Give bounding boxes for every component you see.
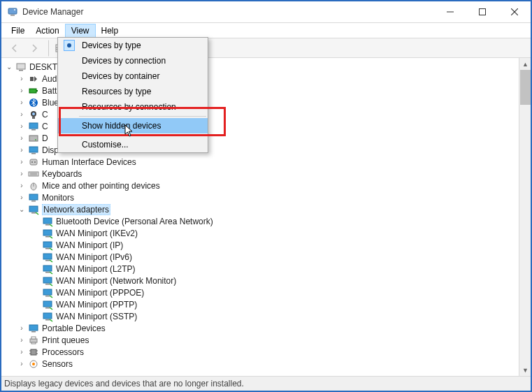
svg-rect-67 bbox=[30, 339, 37, 342]
tree-category[interactable]: ›Processors bbox=[4, 346, 519, 358]
chevron-right-icon[interactable]: › bbox=[17, 169, 27, 179]
chevron-right-icon[interactable]: › bbox=[17, 122, 27, 131]
tree-category-label: Sensors bbox=[42, 359, 73, 369]
menu-bar: File Action View Help bbox=[1, 23, 531, 38]
network-adapter-icon bbox=[42, 311, 53, 322]
tree-device[interactable]: WAN Miniport (IPv6) bbox=[4, 251, 519, 263]
tree-device-label: WAN Miniport (Network Monitor) bbox=[56, 276, 176, 286]
scrollbar-down-icon[interactable]: ▼ bbox=[519, 364, 531, 376]
monitor-icon bbox=[28, 121, 39, 132]
display-icon bbox=[28, 145, 39, 156]
chevron-right-icon[interactable]: › bbox=[17, 86, 27, 96]
chevron-right-icon[interactable]: › bbox=[17, 145, 27, 155]
svg-rect-54 bbox=[45, 284, 50, 285]
svg-rect-42 bbox=[45, 236, 50, 238]
tree-device[interactable]: WAN Miniport (IP) bbox=[4, 239, 519, 251]
network-adapter-icon bbox=[42, 216, 53, 227]
tree-device-label: WAN Miniport (IKEv2) bbox=[56, 228, 138, 238]
status-text: Displays legacy devices and devices that… bbox=[4, 379, 244, 389]
scrollbar-thumb[interactable] bbox=[520, 70, 531, 105]
svg-rect-60 bbox=[45, 307, 50, 309]
network-adapter-icon bbox=[42, 240, 53, 251]
tree-device[interactable]: WAN Miniport (PPTP) bbox=[4, 298, 519, 310]
chevron-right-icon[interactable]: › bbox=[17, 110, 27, 119]
tree-category-label: Portable Devices bbox=[42, 324, 106, 333]
svg-point-17 bbox=[32, 112, 35, 115]
svg-point-26 bbox=[31, 161, 33, 163]
svg-rect-38 bbox=[43, 218, 52, 224]
view-menu-item-label: Customise... bbox=[82, 140, 129, 150]
back-button[interactable] bbox=[6, 40, 24, 57]
forward-button[interactable] bbox=[25, 40, 43, 57]
view-menu-item[interactable]: Devices by connection bbox=[58, 53, 208, 68]
scrollbar[interactable]: ▲ ▼ bbox=[519, 58, 531, 376]
tree-device[interactable]: WAN Miniport (Network Monitor) bbox=[4, 275, 519, 286]
scrollbar-up-icon[interactable]: ▲ bbox=[519, 58, 531, 70]
menu-help[interactable]: Help bbox=[96, 24, 124, 38]
bluetooth-icon bbox=[28, 97, 39, 108]
tree-device[interactable]: WAN Miniport (IKEv2) bbox=[4, 227, 519, 239]
svg-rect-63 bbox=[45, 319, 50, 321]
tree-category-label: Monitors bbox=[42, 193, 74, 203]
chevron-right-icon[interactable]: › bbox=[17, 359, 27, 369]
svg-rect-41 bbox=[43, 230, 52, 235]
tree-category-label: C bbox=[42, 122, 48, 131]
tree-device-label: WAN Miniport (L2TP) bbox=[56, 264, 136, 274]
tree-device[interactable]: WAN Miniport (PPPOE) bbox=[4, 286, 519, 298]
chevron-right-icon[interactable]: › bbox=[17, 157, 27, 167]
chevron-right-icon[interactable]: › bbox=[17, 193, 27, 203]
view-menu-item[interactable]: Devices by container bbox=[58, 68, 208, 84]
tree-category[interactable]: ›Portable Devices bbox=[4, 322, 519, 334]
svg-rect-23 bbox=[29, 147, 38, 152]
audio-icon bbox=[28, 73, 39, 85]
view-menu-item-label: Devices by type bbox=[82, 41, 141, 50]
network-icon bbox=[28, 204, 39, 215]
tree-category[interactable]: ›Human Interface Devices bbox=[4, 156, 519, 168]
view-menu-item[interactable]: Resources by type bbox=[58, 84, 208, 99]
chevron-right-icon[interactable]: › bbox=[17, 133, 27, 143]
view-menu-item[interactable]: Customise... bbox=[58, 137, 208, 152]
tree-category[interactable]: ⌄Network adapters bbox=[4, 203, 519, 215]
view-menu-item[interactable]: Devices by type bbox=[58, 38, 208, 53]
tree-device[interactable]: WAN Miniport (SSTP) bbox=[4, 310, 519, 322]
svg-rect-70 bbox=[31, 349, 36, 355]
maximize-button[interactable] bbox=[466, 2, 498, 22]
svg-point-27 bbox=[34, 161, 36, 163]
network-adapter-icon bbox=[42, 275, 53, 286]
app-icon bbox=[7, 6, 18, 17]
close-button[interactable] bbox=[498, 2, 531, 22]
chevron-right-icon[interactable]: › bbox=[17, 324, 27, 333]
tree-category[interactable]: ›Keyboards bbox=[4, 168, 519, 180]
chevron-right-icon[interactable]: › bbox=[17, 98, 27, 108]
sensor-icon bbox=[28, 358, 39, 370]
tree-device[interactable]: WAN Miniport (L2TP) bbox=[4, 263, 519, 275]
chevron-down-icon[interactable]: ⌄ bbox=[4, 62, 14, 72]
svg-line-58 bbox=[50, 296, 52, 298]
tree-category[interactable]: ›Monitors bbox=[4, 191, 519, 203]
menu-file[interactable]: File bbox=[6, 24, 30, 38]
view-menu-item-label: Resources by type bbox=[82, 87, 151, 96]
chevron-right-icon[interactable]: › bbox=[17, 335, 27, 345]
tree-category-label: Disp bbox=[42, 145, 59, 155]
view-menu-item[interactable]: Resources by connection bbox=[58, 99, 208, 115]
chevron-right-icon[interactable]: › bbox=[17, 74, 27, 84]
menu-view[interactable]: View bbox=[65, 24, 96, 38]
tree-category[interactable]: ›Sensors bbox=[4, 358, 519, 370]
svg-rect-68 bbox=[31, 337, 36, 339]
tree-category-label: Batt bbox=[42, 86, 57, 96]
menu-action[interactable]: Action bbox=[30, 24, 64, 38]
chevron-down-icon[interactable]: ⌄ bbox=[17, 205, 27, 215]
svg-rect-34 bbox=[31, 201, 36, 202]
svg-line-52 bbox=[50, 272, 52, 274]
svg-point-22 bbox=[35, 139, 36, 140]
svg-rect-47 bbox=[43, 254, 52, 259]
tree-category[interactable]: ›Print queues bbox=[4, 334, 519, 346]
tree-category-label: Mice and other pointing devices bbox=[42, 181, 160, 191]
tree-device[interactable]: Bluetooth Device (Personal Area Network) bbox=[4, 215, 519, 227]
tree-device-label: WAN Miniport (IP) bbox=[56, 240, 123, 250]
chevron-right-icon[interactable]: › bbox=[17, 181, 27, 191]
minimize-button[interactable] bbox=[434, 2, 466, 22]
tree-category[interactable]: ›Mice and other pointing devices bbox=[4, 180, 519, 191]
camera-icon bbox=[28, 109, 39, 120]
chevron-right-icon[interactable]: › bbox=[17, 347, 27, 357]
